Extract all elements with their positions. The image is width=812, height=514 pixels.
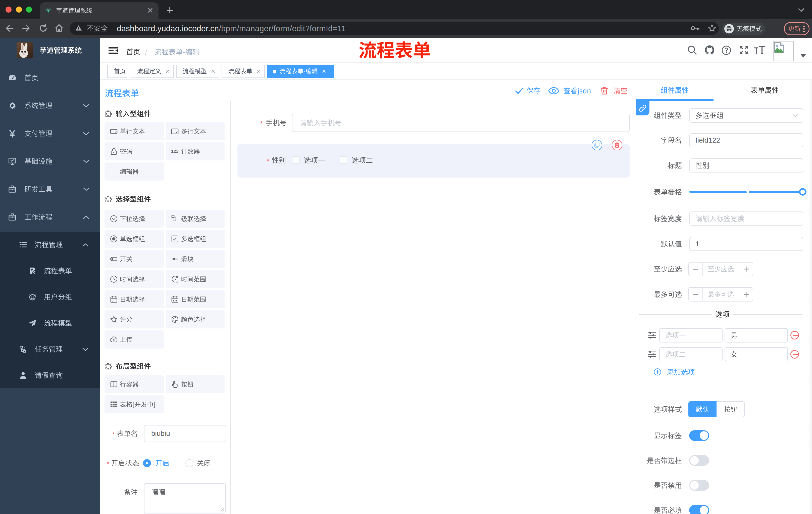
svg-text:123: 123 xyxy=(171,149,179,154)
